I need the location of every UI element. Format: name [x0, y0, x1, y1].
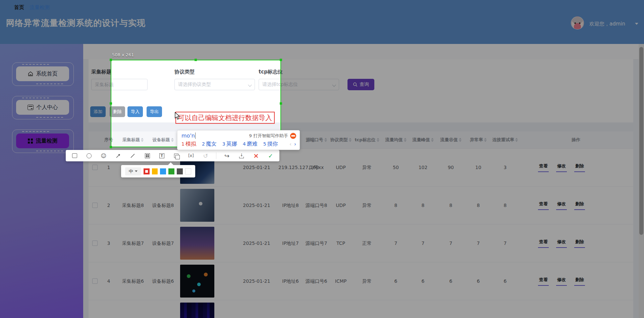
capture-dim-overlay — [0, 147, 644, 318]
color-swatch-white[interactable] — [185, 168, 191, 174]
color-swatch-gray[interactable] — [177, 168, 183, 174]
toolbar-divider — [216, 152, 216, 159]
ime-candidate[interactable]: 1模拟 — [181, 141, 196, 148]
ime-typed-text: mo'n — [181, 132, 196, 139]
selection-handle[interactable] — [110, 59, 112, 61]
ai-assistant-icon[interactable] — [290, 133, 296, 139]
snip-toolbar: ☺ T [x] ↺ ↪ ↓ × ✓ — [66, 150, 279, 161]
popup-notch — [168, 162, 173, 165]
ime-popup: mo'n 9 打开智能写作助手 1模拟 2魔女 3莫娜 4磨难 5摸你 ‹ › — [177, 130, 300, 150]
text-tool[interactable]: T — [158, 152, 166, 160]
ocr-tool[interactable]: [x] — [187, 152, 195, 160]
app-root: 网络异常流量检测系统的设计与实现 欢迎您，admin 系统首页 个人中心 流量检… — [0, 0, 644, 318]
capture-dim-overlay — [0, 0, 644, 60]
selection-handle[interactable] — [110, 146, 112, 148]
color-swatch-yellow[interactable] — [152, 168, 158, 174]
ime-candidate[interactable]: 3莫娜 — [222, 141, 237, 148]
ime-next-page-icon[interactable]: › — [294, 141, 296, 147]
capture-dim-overlay — [281, 60, 644, 147]
mosaic-tool[interactable] — [143, 152, 151, 160]
share-tool[interactable]: ↪ — [223, 152, 231, 160]
color-swatch-red[interactable] — [144, 168, 150, 174]
cancel-tool[interactable]: × — [252, 152, 260, 160]
selection-handle[interactable] — [280, 102, 282, 105]
color-swatch-blue[interactable] — [160, 168, 166, 174]
save-tool[interactable]: ↓ — [237, 152, 246, 160]
selection-handle[interactable] — [195, 59, 197, 61]
style-picker-popup: 中 — [121, 165, 195, 177]
rect-tool[interactable] — [70, 152, 78, 160]
stroke-size-select[interactable]: 中 — [125, 167, 141, 175]
ellipse-tool[interactable] — [85, 152, 93, 160]
undo-tool[interactable]: ↺ — [202, 152, 210, 160]
arrow-tool[interactable] — [114, 152, 122, 160]
capture-dim-overlay — [0, 60, 111, 147]
ime-assistant-label[interactable]: 9 打开智能写作助手 — [249, 133, 288, 139]
caret-down-icon — [135, 170, 138, 172]
confirm-tool[interactable]: ✓ — [267, 152, 275, 160]
selection-handle[interactable] — [110, 102, 112, 105]
ime-candidate[interactable]: 2魔女 — [202, 141, 217, 148]
selection-handle[interactable] — [280, 59, 282, 61]
ime-candidate[interactable]: 4磨难 — [243, 141, 258, 148]
pin-tool[interactable] — [172, 152, 180, 160]
color-swatch-green[interactable] — [168, 168, 174, 174]
pen-tool[interactable] — [129, 152, 137, 160]
capture-size-label: 508 x 261 — [112, 52, 134, 57]
mouse-cursor — [174, 112, 181, 121]
ime-candidate[interactable]: 5摸你 — [263, 141, 278, 148]
emoji-tool[interactable]: ☺ — [100, 152, 108, 160]
ime-prev-page-icon[interactable]: ‹ — [289, 141, 291, 147]
